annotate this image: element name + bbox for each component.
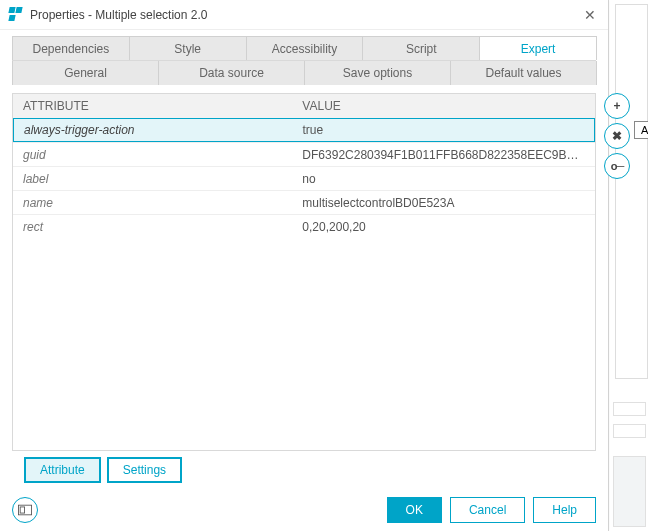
x-icon: ✖ [612,129,622,143]
panel-icon [18,504,32,516]
dotted-area [615,4,648,379]
table-row[interactable]: always-trigger-actiontrue [13,118,595,142]
table-row[interactable]: rect0,20,200,20 [13,214,595,238]
tab-save-options[interactable]: Save options [304,61,451,85]
table-row[interactable]: guidDF6392C280394F1B011FFB668D822358EEC9… [13,142,595,166]
grid-header: ATTRIBUTE VALUE [13,94,595,118]
tab-dependencies[interactable]: Dependencies [12,36,130,60]
side-panel [608,0,648,531]
close-icon[interactable]: ✕ [580,5,600,25]
col-header-value: VALUE [292,99,595,113]
tab-data-source[interactable]: Data source [158,61,305,85]
tab-style[interactable]: Style [129,36,247,60]
key-attribute-button[interactable]: o─ [604,153,630,179]
tab-general[interactable]: General [12,61,159,85]
options-button[interactable] [12,497,38,523]
tab-row-secondary: General Data source Save options Default… [12,61,596,85]
table-row[interactable]: labelno [13,166,595,190]
attr-value: DF6392C280394F1B011FFB668D822358EEC9BD..… [292,148,595,162]
side-slot [613,402,646,416]
col-header-attribute: ATTRIBUTE [13,99,292,113]
key-icon: o─ [611,160,624,172]
plus-icon: + [613,99,620,113]
table-row[interactable]: namemultiselectcontrolBD0E523A [13,190,595,214]
tab-script[interactable]: Script [362,36,480,60]
attr-value: no [292,172,595,186]
segment-attribute[interactable]: Attribute [24,457,101,483]
segment-settings[interactable]: Settings [107,457,182,483]
attr-value: 0,20,200,20 [292,220,595,234]
side-slot [613,456,646,527]
grid-body: always-trigger-actiontrueguidDF6392C2803… [13,118,595,450]
titlebar: Properties - Multiple selection 2.0 ✕ [0,0,608,30]
cancel-button[interactable]: Cancel [450,497,525,523]
add-attribute-button[interactable]: + [604,93,630,119]
attr-name: always-trigger-action [14,123,292,137]
delete-attribute-button[interactable]: ✖ [604,123,630,149]
properties-dialog: Properties - Multiple selection 2.0 ✕ De… [0,0,608,531]
attr-name: label [13,172,292,186]
side-slot [613,424,646,438]
attributes-panel: + ✖ o─ Add attribute ATTRIBUTE VALUE alw… [12,93,596,483]
grid-action-buttons: + ✖ o─ Add attribute [604,93,630,179]
attributes-grid: ATTRIBUTE VALUE always-trigger-actiontru… [12,93,596,451]
help-button[interactable]: Help [533,497,596,523]
attr-name: rect [13,220,292,234]
attr-name: name [13,196,292,210]
tab-accessibility[interactable]: Accessibility [246,36,364,60]
tab-expert[interactable]: Expert [479,36,597,60]
attr-value: true [292,123,594,137]
attr-value: multiselectcontrolBD0E523A [292,196,595,210]
tooltip-add-attribute: Add attribute [634,121,648,139]
tab-row-primary: Dependencies Style Accessibility Script … [12,36,596,61]
attr-name: guid [13,148,292,162]
svg-rect-1 [20,507,24,513]
bottom-segmented: Attribute Settings [24,457,584,483]
tab-default-values[interactable]: Default values [450,61,597,85]
ok-button[interactable]: OK [387,497,442,523]
window-title: Properties - Multiple selection 2.0 [30,8,207,22]
app-logo-icon [8,7,24,23]
dialog-footer: OK Cancel Help [0,489,608,531]
